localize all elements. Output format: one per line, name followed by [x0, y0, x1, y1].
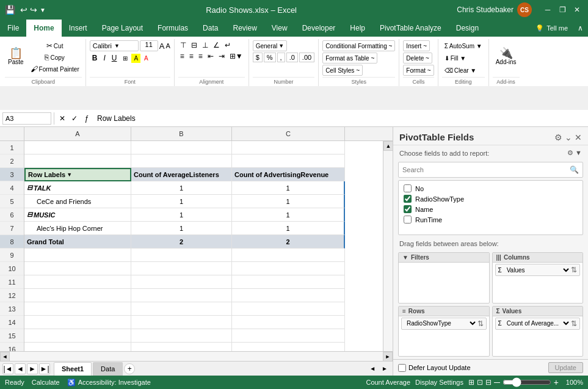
- insert-cells-button[interactable]: Insert ~: [403, 40, 430, 51]
- minimize-button[interactable]: ─: [542, 4, 554, 16]
- font-size-up-icon[interactable]: A: [159, 42, 165, 51]
- field-no-checkbox[interactable]: [404, 184, 412, 192]
- tab-view[interactable]: View: [264, 20, 295, 37]
- add-sheet-button[interactable]: +: [124, 363, 135, 374]
- horizontal-scrollbar[interactable]: ◄ ►: [0, 351, 393, 361]
- cell-c11[interactable]: [232, 275, 345, 289]
- row-header-13[interactable]: 13: [0, 302, 24, 316]
- rows-field-radioshowtype[interactable]: RadioShowType ⇅: [401, 318, 487, 330]
- addins-button[interactable]: 🔌 Add-ins: [493, 40, 520, 72]
- cell-b9[interactable]: [131, 249, 232, 262]
- row-header-3[interactable]: 3: [0, 168, 24, 181]
- close-button[interactable]: ✕: [571, 4, 583, 16]
- insert-function-icon[interactable]: ƒ: [81, 113, 92, 124]
- window-controls[interactable]: ─ ❐ ✕: [542, 4, 583, 16]
- cell-b4[interactable]: 1: [131, 181, 232, 195]
- cell-c16[interactable]: [232, 343, 345, 351]
- cell-a1[interactable]: [24, 141, 131, 155]
- row-header-9[interactable]: 9: [0, 249, 24, 262]
- display-settings-button[interactable]: Display Settings: [415, 379, 463, 386]
- field-runtime-checkbox[interactable]: [404, 216, 412, 224]
- format-painter-button[interactable]: 🖌 Format Painter: [28, 64, 82, 75]
- sheet-tab-sheet1[interactable]: Sheet1: [54, 362, 92, 376]
- last-sheet-button[interactable]: ►|: [39, 363, 50, 374]
- delete-cells-button[interactable]: Delete ~: [403, 53, 432, 64]
- format-table-button[interactable]: Format as Table ~: [322, 53, 377, 64]
- cell-c8[interactable]: 2: [232, 235, 345, 249]
- pivot-settings-icon[interactable]: ⚙: [554, 133, 562, 142]
- cell-b16[interactable]: [131, 343, 232, 351]
- tab-home[interactable]: Home: [26, 20, 61, 37]
- accessibility-indicator[interactable]: ♿ Accessibility: Investigate: [67, 379, 151, 387]
- row-header-4[interactable]: 4: [0, 181, 24, 195]
- rows-radioshowtype-select[interactable]: RadioShowType: [404, 319, 477, 327]
- values-field-count[interactable]: Σ Count of Average... ⇅: [495, 318, 581, 330]
- italic-button[interactable]: I: [101, 53, 107, 64]
- zoom-controls[interactable]: ⊞ ⊡ ⊟ ─ + 100%: [468, 377, 583, 387]
- cell-a13[interactable]: [24, 302, 131, 316]
- pivot-field-name[interactable]: Name: [404, 204, 578, 214]
- columns-field-values[interactable]: Σ Values ⇅: [495, 264, 581, 276]
- select-all-button[interactable]: [0, 127, 24, 140]
- tab-review[interactable]: Review: [225, 20, 264, 37]
- cell-c6[interactable]: 1: [232, 208, 345, 222]
- values-count-select[interactable]: Count of Average...: [504, 319, 571, 327]
- row-header-6[interactable]: 6: [0, 208, 24, 222]
- clear-button[interactable]: ⌫ Clear ▼: [442, 65, 479, 76]
- formula-input[interactable]: [95, 114, 586, 123]
- cell-a11[interactable]: [24, 275, 131, 289]
- format-cells-button[interactable]: Format ~: [403, 65, 434, 76]
- increase-indent-button[interactable]: ⇥: [217, 51, 227, 61]
- cell-b14[interactable]: [131, 316, 232, 329]
- columns-move-btn[interactable]: ⇅: [571, 266, 577, 274]
- tab-developer[interactable]: Developer: [295, 20, 343, 37]
- cell-a4[interactable]: ⊟ TALK: [24, 181, 131, 195]
- row-header-5[interactable]: 5: [0, 195, 24, 208]
- cell-a7[interactable]: Alec's Hip Hop Corner: [24, 222, 131, 235]
- currency-button[interactable]: $: [253, 53, 263, 62]
- pivot-search-input[interactable]: [399, 166, 566, 173]
- pivot-field-radioshowtype[interactable]: RadioShowType: [404, 194, 578, 204]
- cell-b6[interactable]: 1: [131, 208, 232, 222]
- align-middle-button[interactable]: ⊟: [189, 40, 199, 50]
- col-header-c[interactable]: C: [232, 127, 345, 140]
- pivot-header-actions[interactable]: ⚙ ⌄ ✕: [554, 133, 582, 142]
- merge-cells-button[interactable]: ⊞▼: [228, 51, 245, 61]
- font-size-input[interactable]: 11: [140, 40, 158, 51]
- rows-move-btn[interactable]: ⇅: [477, 319, 484, 328]
- cell-c4[interactable]: 1: [232, 181, 345, 195]
- restore-button[interactable]: ❐: [556, 4, 568, 16]
- align-bottom-button[interactable]: ⊥: [200, 40, 210, 50]
- cell-a14[interactable]: [24, 316, 131, 329]
- defer-layout-label[interactable]: Defer Layout Update: [398, 364, 471, 372]
- field-radioshowtype-checkbox[interactable]: [404, 195, 412, 203]
- row-header-11[interactable]: 11: [0, 275, 24, 289]
- cell-b12[interactable]: [131, 289, 232, 302]
- save-icon[interactable]: 💾: [5, 5, 15, 15]
- cell-c3[interactable]: Count of AdvertisingRevenue: [232, 168, 345, 181]
- cell-c5[interactable]: 1: [232, 195, 345, 208]
- align-top-button[interactable]: ⊤: [178, 40, 188, 50]
- cell-b10[interactable]: [131, 262, 232, 275]
- angle-text-button[interactable]: ∠: [211, 40, 222, 50]
- collapse-icon-talk[interactable]: ⊟: [27, 184, 32, 192]
- cell-a9[interactable]: [24, 249, 131, 262]
- row-header-7[interactable]: 7: [0, 222, 24, 235]
- pivot-expand-icon[interactable]: ⌄: [565, 133, 572, 142]
- scroll-left-button[interactable]: ◄: [0, 352, 10, 362]
- next-sheet-button[interactable]: ►: [27, 363, 38, 374]
- cell-c7[interactable]: 1: [232, 222, 345, 235]
- zoom-in-button[interactable]: +: [554, 377, 559, 387]
- bold-button[interactable]: B: [90, 53, 100, 64]
- defer-layout-checkbox[interactable]: [398, 364, 406, 372]
- cell-c2[interactable]: [232, 155, 345, 168]
- pivot-settings-btn[interactable]: ⚙ ▼: [567, 149, 582, 157]
- col-header-b[interactable]: B: [131, 127, 232, 140]
- view-layout-icon[interactable]: ⊡: [477, 378, 483, 387]
- align-right-button[interactable]: ≡: [197, 51, 205, 61]
- percent-button[interactable]: %: [264, 53, 276, 62]
- undo-icon[interactable]: ↩: [20, 5, 27, 15]
- tab-page-layout[interactable]: Page Layout: [95, 20, 150, 37]
- redo-icon[interactable]: ↪: [30, 5, 37, 15]
- cell-reference-box[interactable]: A3: [2, 112, 51, 125]
